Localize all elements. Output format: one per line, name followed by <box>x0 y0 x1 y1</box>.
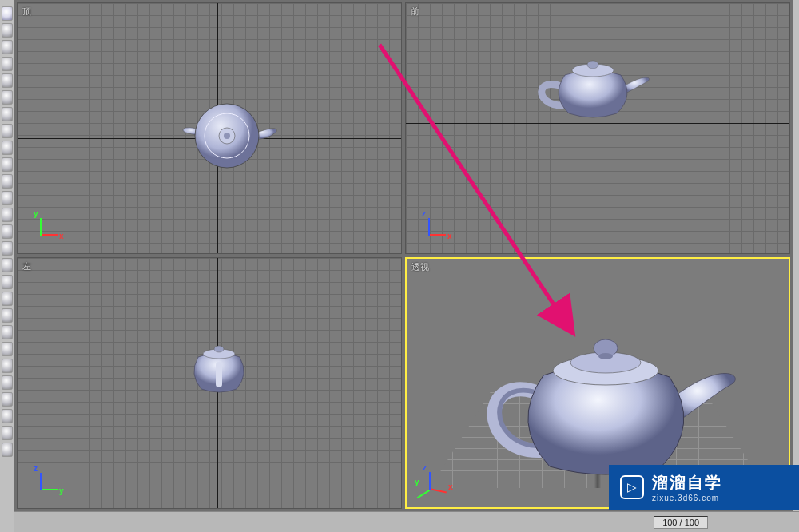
tool-array-icon[interactable] <box>2 191 13 205</box>
svg-point-11 <box>598 353 613 359</box>
viewport-front[interactable]: 前 x z <box>405 2 790 254</box>
frame-indicator: 100 / 100 <box>654 516 708 529</box>
tool-link-icon[interactable] <box>2 73 13 88</box>
teapot-object[interactable] <box>525 43 661 131</box>
viewport-grid: 顶 x <box>14 0 793 511</box>
svg-point-5 <box>587 61 598 69</box>
tool-rotate-icon[interactable] <box>2 40 13 54</box>
tool-select-icon[interactable] <box>2 6 13 21</box>
viewport-label: 左 <box>22 260 31 272</box>
svg-point-3 <box>224 133 230 139</box>
tool-material-icon[interactable] <box>2 208 13 222</box>
axis-gizmo: y z <box>40 459 72 490</box>
teapot-object[interactable] <box>179 333 259 401</box>
tool-extra8-icon[interactable] <box>2 443 13 457</box>
svg-point-7 <box>214 346 224 352</box>
tool-extra4-icon[interactable] <box>2 375 13 390</box>
teapot-object[interactable] <box>179 88 283 184</box>
viewport-label: 前 <box>411 6 419 18</box>
tool-move-icon[interactable] <box>2 23 13 38</box>
tool-graph-icon[interactable] <box>2 308 13 323</box>
viewport-label: 顶 <box>22 6 31 18</box>
tool-light-icon[interactable] <box>2 258 13 272</box>
viewport-top[interactable]: 顶 x <box>17 2 402 254</box>
tool-extra6-icon[interactable] <box>2 409 13 423</box>
app-root: 顶 x <box>0 0 799 532</box>
right-panel-edge[interactable] <box>793 0 799 511</box>
axis-gizmo: x y <box>40 204 72 236</box>
tool-snap-icon[interactable] <box>2 124 13 138</box>
status-bar: 100 / 100 <box>14 511 799 532</box>
play-icon: ▷ <box>620 475 644 499</box>
tool-bind-icon[interactable] <box>2 90 13 105</box>
tool-scale-icon[interactable] <box>2 57 13 71</box>
viewport-label: 透视 <box>411 261 429 273</box>
axis-gizmo: x z <box>428 204 460 236</box>
watermark-banner: ▷ 溜溜自学 zixue.3d66.com <box>609 465 799 510</box>
tool-extra5-icon[interactable] <box>2 392 13 407</box>
watermark-title: 溜溜自学 <box>652 472 722 494</box>
tool-mirror-icon[interactable] <box>2 157 13 172</box>
tool-render-icon[interactable] <box>2 224 13 239</box>
tool-named-icon[interactable] <box>2 292 13 306</box>
tool-align-icon[interactable] <box>2 174 13 189</box>
main-toolbar <box>0 0 14 532</box>
axis-gizmo: x z y <box>429 458 461 490</box>
tool-angle-icon[interactable] <box>2 141 13 155</box>
tool-extra7-icon[interactable] <box>2 426 13 440</box>
tool-extra3-icon[interactable] <box>2 359 13 373</box>
viewport-left[interactable]: 左 y z <box>17 257 402 509</box>
tool-extra1-icon[interactable] <box>2 325 13 339</box>
tool-isolate-icon[interactable] <box>2 107 13 121</box>
watermark-subtitle: zixue.3d66.com <box>652 494 722 502</box>
tool-layer-icon[interactable] <box>2 275 13 289</box>
tool-camera-icon[interactable] <box>2 241 13 256</box>
tool-extra2-icon[interactable] <box>2 342 13 356</box>
